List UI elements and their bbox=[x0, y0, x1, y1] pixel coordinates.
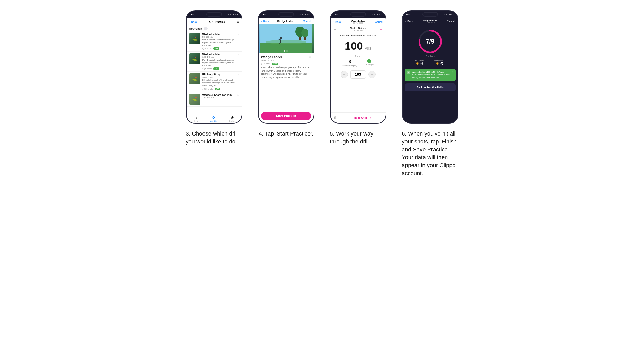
drill-list-1: ⛳ Wedge Ladder 50–100 yds Play 1 shot at… bbox=[187, 31, 242, 114]
drill-image: ⛳ bbox=[189, 53, 200, 64]
phone-frame-1: 13:02 ▲▲▲ WiFi 46 < Back APP Practice ≡ … bbox=[186, 10, 242, 124]
cancel-button-3[interactable]: Cancel bbox=[375, 21, 383, 23]
list-item[interactable]: ⛳ Wedge Ladder 50–100 yds Play 1 shot at… bbox=[187, 31, 242, 52]
caption-3: 5. Work your way through the drill. bbox=[330, 130, 386, 146]
nav-title-2: Wedge Ladder bbox=[269, 20, 303, 23]
list-item[interactable]: ⛳ Wedge Ladder 100–140 yds Play 1 shot a… bbox=[187, 52, 242, 72]
drill-info: Wedge & Short Iron Play 100–140 yds bbox=[202, 94, 235, 99]
drill-info: Wedge Ladder 50–100 yds Play 1 shot at e… bbox=[202, 33, 235, 50]
nav-title-3: Wedge Ladder bbox=[341, 20, 375, 22]
svg-point-2 bbox=[266, 40, 307, 44]
increment-button[interactable]: + bbox=[368, 71, 376, 78]
shot-navigation: ← Shot 1, 100 yds Score 5/9 → bbox=[331, 26, 386, 33]
section-header-1: Approach 7 bbox=[187, 26, 242, 31]
last-month-pb-value: 🏆 -/9 bbox=[433, 62, 446, 65]
star-icon[interactable]: ☆ bbox=[237, 73, 239, 76]
status-time-4: 13:03 bbox=[406, 13, 412, 16]
wifi-icon: WiFi bbox=[448, 14, 452, 16]
detail-content: Wedge Ladder 100–140 yds ☆ ◯ 9 shots APP… bbox=[259, 53, 314, 123]
drill-image: ⛳ bbox=[189, 94, 200, 105]
shot-value-input[interactable]: 103 bbox=[350, 70, 366, 79]
menu-icon-1[interactable]: ≡ bbox=[237, 20, 239, 24]
back-button-1[interactable]: < Back bbox=[189, 21, 197, 23]
cancel-button-4[interactable]: Cancel bbox=[447, 20, 455, 23]
star-icon[interactable]: ☆ bbox=[237, 53, 239, 56]
caption-1: 3. Choose which drill you would like to … bbox=[186, 130, 242, 146]
detail-drill-yds: 100–140 yds bbox=[261, 59, 282, 62]
app-badge: APP bbox=[215, 88, 220, 90]
list-item[interactable]: ⛳ Pitching String 55–100 yds Hit 1 shot … bbox=[187, 72, 242, 92]
back-to-drills-button[interactable]: Back to Practice Drills bbox=[405, 83, 456, 91]
capture-icon: ⊕ bbox=[231, 115, 234, 120]
activities-icon: ⟳ bbox=[212, 115, 215, 120]
cancel-button-2[interactable]: Cancel bbox=[303, 20, 311, 23]
toast-message: 'Wedge Ladder (100–140 yds)' was created… bbox=[412, 71, 450, 79]
back-button-3[interactable]: < Back bbox=[333, 21, 341, 23]
start-practice-button[interactable]: Start Practice bbox=[261, 112, 311, 120]
drill-name: Wedge Ladder bbox=[202, 53, 235, 56]
phone-column-3: 13:03 ▲▲▲ WiFi 46 < Back Wedge Ladder 06… bbox=[327, 10, 389, 177]
bottom-nav-activities[interactable]: ⟳ Activities bbox=[205, 115, 223, 122]
status-bar-1: 13:02 ▲▲▲ WiFi 46 bbox=[187, 11, 242, 18]
nav-title-1: APP Practice bbox=[197, 21, 237, 23]
back-button-4[interactable]: < Back bbox=[405, 20, 413, 23]
shot-score: Score 5/9 bbox=[350, 29, 367, 32]
star-icon-detail[interactable]: ☆ bbox=[309, 55, 311, 58]
status-icons-4: ▲▲▲ WiFi 46 bbox=[442, 14, 455, 16]
next-shot-arrow[interactable]: → bbox=[380, 27, 383, 31]
wifi-icon: WiFi bbox=[376, 14, 380, 16]
detail-meta: ◯ 9 shots APP bbox=[261, 63, 311, 65]
list-item[interactable]: ⛳ Wedge & Short Iron Play 100–140 yds ☆ bbox=[187, 92, 242, 107]
carry-distance-bold: carry distance bbox=[346, 34, 362, 37]
status-icons-1: ▲▲▲ WiFi 46 bbox=[226, 14, 239, 16]
screen-1: < Back APP Practice ≡ Approach 7 ⛳ bbox=[187, 18, 242, 123]
success-toast: ✓ 'Wedge Ladder (100–140 yds)' was creat… bbox=[405, 69, 456, 81]
previous-pb-value: 🏆 -/9 bbox=[414, 62, 425, 65]
bottom-nav-capture-label: Capture bbox=[229, 120, 235, 122]
drill-info: Wedge Ladder 100–140 yds Play 1 shot at … bbox=[202, 53, 235, 70]
golfer-icon: ⛳ bbox=[192, 97, 197, 101]
golfer-icon: ⛳ bbox=[192, 36, 197, 41]
app-badge: APP bbox=[213, 47, 219, 50]
phone-column-2: 13:02 ▲▲▲ WiFi 46 < Back Wedge Ladder Ca… bbox=[255, 10, 317, 177]
golfer-icon: ⛳ bbox=[192, 77, 197, 81]
hit-target-stat: Hit Target bbox=[365, 59, 374, 67]
drill-name: Pitching String bbox=[202, 73, 235, 76]
yds-display: 100 yds bbox=[331, 37, 386, 55]
signal-icon: ▲▲▲ bbox=[370, 14, 375, 16]
notch-4 bbox=[422, 12, 438, 17]
signal-icon: ▲▲▲ bbox=[226, 14, 231, 16]
golf-scene-svg bbox=[260, 24, 312, 53]
bottom-nav-capture[interactable]: ⊕ Capture bbox=[223, 115, 241, 122]
wifi-icon: WiFi bbox=[232, 14, 236, 16]
delete-shot-button[interactable]: 🗑 bbox=[331, 113, 340, 123]
next-shot-button[interactable]: Next Shot → bbox=[340, 113, 386, 123]
detail-drill-name: Wedge Ladder bbox=[261, 55, 282, 59]
back-button-2[interactable]: < Back bbox=[261, 20, 269, 23]
next-shot-arrow-icon: → bbox=[368, 116, 372, 120]
star-icon[interactable]: ☆ bbox=[237, 33, 239, 36]
target-yards: 100 bbox=[345, 40, 363, 52]
score-value: 7/9 bbox=[426, 38, 434, 45]
prev-shot-arrow[interactable]: ← bbox=[333, 27, 337, 31]
bottom-nav-home[interactable]: ⌂ Home bbox=[187, 115, 205, 122]
last-month-pb-score: -/9 bbox=[440, 62, 443, 65]
toast-close-button[interactable]: ✕ bbox=[452, 71, 454, 73]
notch-2 bbox=[278, 12, 294, 17]
battery-icon: 46 bbox=[381, 14, 383, 16]
status-time-3: 13:03 bbox=[334, 13, 340, 16]
previous-pb-label: Previous PB bbox=[414, 60, 425, 62]
drill-yds: 50–100 yds bbox=[202, 36, 235, 38]
last-month-pb: Last month PB 🏆 -/9 bbox=[433, 60, 446, 65]
enter-distance-label: Enter carry distance for each shot bbox=[331, 33, 386, 37]
decrement-button[interactable]: − bbox=[341, 71, 348, 78]
drill-desc: Play 1 shot at each target yardage. If y… bbox=[202, 39, 235, 47]
star-icon[interactable]: ☆ bbox=[237, 94, 239, 96]
shot-title: Shot 1, 100 yds bbox=[350, 27, 367, 29]
last-month-pb-label: Last month PB bbox=[433, 60, 446, 62]
score-text: 7/9 bbox=[426, 38, 434, 45]
battery-icon: 46 bbox=[453, 14, 455, 16]
trophy-icon-1: 🏆 bbox=[416, 62, 419, 65]
phone-column-4: 13:03 ▲▲▲ WiFi 46 < Back Wedge Ladder 06… bbox=[399, 10, 461, 177]
caption-2: 4. Tap 'Start Practice'. bbox=[259, 130, 313, 138]
